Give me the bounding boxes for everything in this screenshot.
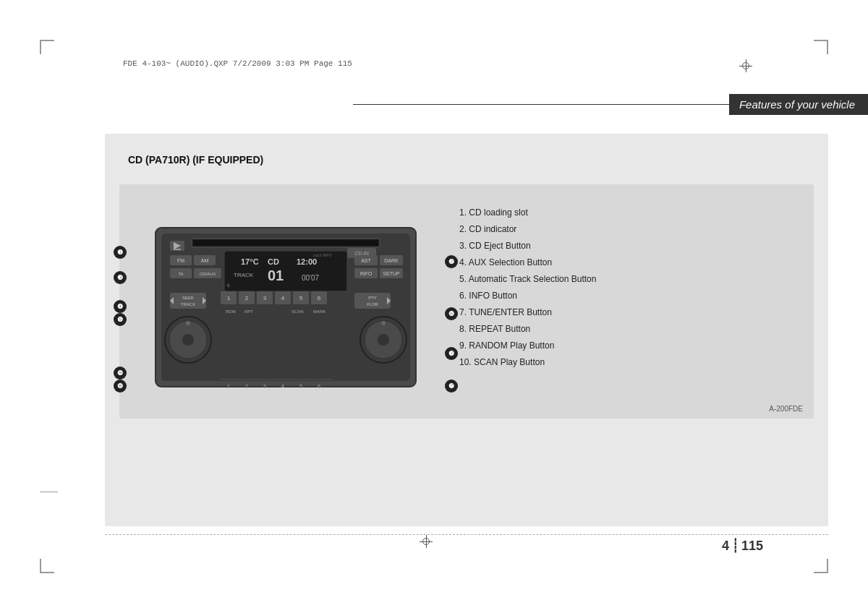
svg-text:SEEK: SEEK xyxy=(182,296,194,300)
callout-2: ❷ xyxy=(445,255,458,268)
svg-text:3: 3 xyxy=(263,384,266,389)
svg-text:RDM: RDM xyxy=(226,309,236,314)
corner-mark-br xyxy=(814,559,828,573)
svg-text:4: 4 xyxy=(281,295,285,301)
feature-item-8: 8. REPEAT Button xyxy=(459,322,799,335)
svg-text:4: 4 xyxy=(281,384,284,389)
footer-line xyxy=(105,534,828,535)
svg-point-62 xyxy=(378,334,389,346)
svg-text:1: 1 xyxy=(227,384,230,389)
svg-text:5: 5 xyxy=(299,295,303,301)
svg-text:12:00: 12:00 xyxy=(297,257,317,266)
callout-4: ❹ xyxy=(114,300,127,313)
corner-mark-bl xyxy=(40,559,54,573)
svg-text:FLDR: FLDR xyxy=(367,302,378,306)
svg-text:CD: CD xyxy=(268,257,279,266)
svg-text:PTY: PTY xyxy=(368,296,377,300)
svg-text:3: 3 xyxy=(263,295,267,301)
crosshair-bottom-center xyxy=(420,535,433,548)
svg-text:6: 6 xyxy=(318,295,321,301)
svg-text:CD-IN: CD-IN xyxy=(354,251,368,256)
callout-1: ❶ xyxy=(114,246,127,259)
svg-text:AST: AST xyxy=(361,258,371,263)
callout-10: ❿ xyxy=(445,380,458,393)
corner-mark-tl xyxy=(40,40,54,54)
svg-point-63 xyxy=(381,321,386,325)
feature-item-1: 1. CD loading slot xyxy=(459,206,799,219)
svg-text:2: 2 xyxy=(245,295,249,301)
image-source: A-200FDE xyxy=(769,405,803,413)
svg-text:INFO: INFO xyxy=(360,271,373,276)
page-number: 4┊115 xyxy=(722,538,763,554)
callout-5: ❺ xyxy=(114,313,127,326)
page-title: Features of your vehicle xyxy=(729,94,868,115)
corner-mark-tr xyxy=(814,40,828,54)
radio-svg: CD-IN FM AM 17°C CD 12:00 TRACK 01 xyxy=(134,206,438,401)
feature-item-5: 5. Automatic Track Selection Button xyxy=(459,273,799,286)
svg-text:01: 01 xyxy=(268,267,284,283)
svg-text:RPT: RPT xyxy=(244,309,253,314)
file-info: FDE 4-103~ (AUDIO).QXP 7/2/2009 3:03 PM … xyxy=(123,59,352,68)
page-number-value: 115 xyxy=(741,539,763,553)
callout-7: ❼ xyxy=(445,347,458,360)
svg-text:2: 2 xyxy=(245,384,248,389)
svg-text:00'07: 00'07 xyxy=(302,274,320,282)
svg-text:TRACK: TRACK xyxy=(181,302,195,306)
svg-text:6: 6 xyxy=(318,384,320,389)
callout-3: ❸ xyxy=(114,271,127,284)
callout-6: ❻ xyxy=(445,307,458,320)
svg-text:TA: TA xyxy=(178,272,183,276)
radio-container: ❶ ❷ ❸ ❹ ❺ ❻ ❼ ❽ ❾ ❿ xyxy=(134,206,438,404)
feature-item-10: 10. SCAN Play Button xyxy=(459,356,799,369)
svg-text:①: ① xyxy=(226,283,230,288)
svg-text:DARK: DARK xyxy=(384,258,399,263)
svg-point-58 xyxy=(182,334,194,346)
svg-text:FM: FM xyxy=(177,258,184,263)
svg-text:SCAN: SCAN xyxy=(292,309,304,314)
callout-8: ❽ xyxy=(114,380,127,393)
svg-text:1: 1 xyxy=(227,295,231,301)
page-header: Features of your vehicle xyxy=(353,94,868,115)
chapter-number: 4 xyxy=(722,539,729,553)
features-list: 1. CD loading slot2. CD indicator3. CD E… xyxy=(438,199,799,372)
feature-item-6: 6. INFO Button xyxy=(459,289,799,302)
feature-item-9: 9. RANDOM Play Button xyxy=(459,339,799,352)
feature-item-3: 3. CD Eject Button xyxy=(459,239,799,252)
svg-text:MARK: MARK xyxy=(313,309,326,314)
svg-text:SETUP: SETUP xyxy=(383,271,400,276)
svg-rect-3 xyxy=(193,240,378,246)
svg-text:5: 5 xyxy=(299,384,302,389)
svg-text:TRACK: TRACK xyxy=(234,272,254,278)
svg-text:17°C: 17°C xyxy=(241,257,259,266)
crosshair-top-right xyxy=(739,59,752,72)
header-line xyxy=(353,104,729,105)
content-area: CD (PA710R) (IF EQUIPPED) ❶ ❷ ❸ ❹ ❺ ❻ ❼ … xyxy=(105,134,828,526)
margin-line-left-1 xyxy=(40,492,58,492)
svg-text:CD/AUX: CD/AUX xyxy=(200,272,216,276)
feature-item-7: 7. TUNE/ENTER Button xyxy=(459,306,799,319)
svg-point-59 xyxy=(186,321,190,325)
section-title: CD (PA710R) (IF EQUIPPED) xyxy=(119,148,814,171)
feature-item-2: 2. CD indicator xyxy=(459,223,799,236)
svg-text:mp3 MP3: mp3 MP3 xyxy=(313,253,332,257)
callout-9: ❾ xyxy=(114,366,127,380)
feature-item-4: 4. AUX Selection Button xyxy=(459,256,799,269)
svg-text:AM: AM xyxy=(201,258,209,263)
inner-content: ❶ ❷ ❸ ❹ ❺ ❻ ❼ ❽ ❾ ❿ xyxy=(119,184,814,419)
